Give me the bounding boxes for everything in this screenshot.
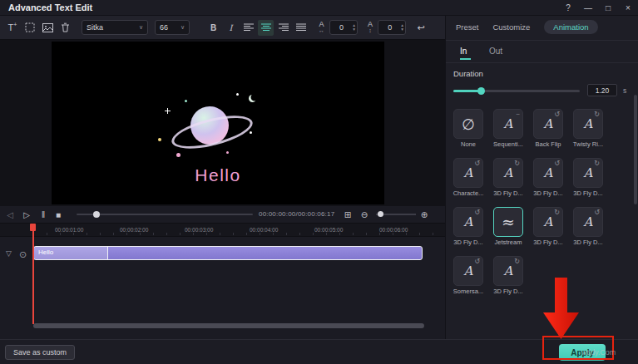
- animation-item-label: Sequenti...: [488, 140, 528, 148]
- preview-stage: Hello: [0, 40, 445, 206]
- animation-item[interactable]: A↺ 3D Fly D...: [528, 158, 568, 199]
- play-button[interactable]: ▷: [20, 206, 33, 223]
- track-filter-icon[interactable]: ▽: [6, 249, 12, 258]
- text-box-button[interactable]: [22, 19, 37, 36]
- animation-item[interactable]: A~ Sequenti...: [488, 109, 528, 150]
- seek-slider[interactable]: [77, 214, 253, 215]
- font-size-dropdown[interactable]: 66 ∨: [155, 20, 190, 35]
- animation-item[interactable]: A↻ 3D Fly D...: [568, 158, 608, 199]
- align-left-button[interactable]: [240, 20, 256, 36]
- animation-item-label: Back Flip: [528, 140, 568, 148]
- letter-spacing-stepper[interactable]: 0 ▴ ▾: [329, 20, 358, 35]
- animation-item-label: Somersa...: [448, 288, 488, 295]
- transport-bar: ◁ ▷ ‖ ■ 00:00:00:00/00:00:06:17 ⊞ ⊖ ⊕: [0, 206, 445, 223]
- ruler-tick: 00:00:02:00: [120, 227, 148, 233]
- clear-format-button[interactable]: ↩: [413, 19, 428, 36]
- maximize-icon[interactable]: □: [598, 0, 618, 15]
- tab-customize[interactable]: Customize: [492, 22, 530, 32]
- animation-thumb-icon: A: [544, 165, 553, 180]
- animation-thumb-icon: A: [544, 214, 553, 229]
- italic-button[interactable]: I: [223, 20, 239, 36]
- playhead[interactable]: [32, 224, 34, 324]
- animation-item[interactable]: A↺ 3D Fly D...: [448, 207, 488, 248]
- star-dot: [185, 100, 187, 102]
- fit-timeline-button[interactable]: ⊞: [341, 206, 354, 223]
- zoom-out-button[interactable]: ⊖: [358, 206, 371, 223]
- align-right-button[interactable]: [275, 20, 291, 36]
- subtab-out[interactable]: Out: [489, 47, 502, 56]
- duration-slider-handle[interactable]: [477, 87, 485, 95]
- moon-crescent: [249, 95, 256, 102]
- save-as-custom-button[interactable]: Save as custom: [5, 345, 75, 360]
- animation-item[interactable]: A↺ 3D Fly D...: [568, 207, 608, 248]
- motion-arrow-icon: ↻: [514, 258, 520, 265]
- add-text-button[interactable]: T +: [5, 19, 20, 36]
- annotation-arrow-icon: [537, 278, 586, 341]
- animation-item-none[interactable]: ∅ None: [448, 109, 488, 150]
- star-dot: [158, 138, 161, 141]
- zoom-in-button[interactable]: ⊕: [418, 206, 431, 223]
- align-left-icon: [244, 23, 254, 32]
- animation-item[interactable]: A↻ 3D Fly D...: [488, 158, 528, 199]
- animation-item-label: 3D Fly D...: [568, 239, 608, 246]
- animation-item-label: 3D Fly D...: [528, 239, 568, 246]
- horizontal-scrollbar[interactable]: [33, 323, 424, 328]
- motion-arrow-icon: ~: [516, 111, 520, 118]
- star-dot: [176, 153, 181, 157]
- wave-icon: ≈: [502, 213, 515, 231]
- motion-arrow-icon: ↺: [474, 258, 480, 265]
- vertical-scrollbar[interactable]: [634, 95, 637, 204]
- align-center-icon: [261, 23, 271, 32]
- subtab-in[interactable]: In: [460, 47, 467, 56]
- align-justify-button[interactable]: [293, 20, 309, 36]
- font-family-value: Sitka: [87, 23, 103, 32]
- font-family-dropdown[interactable]: Sitka ∨: [82, 20, 148, 35]
- line-spacing-stepper[interactable]: 0 ▴ ▾: [378, 20, 406, 35]
- ruler-tick: 00:00:04:00: [250, 227, 278, 233]
- motion-arrow-icon: ↻: [594, 160, 600, 167]
- motion-arrow-icon: ↺: [474, 160, 480, 167]
- animation-item[interactable]: A↺ Somersa...: [448, 256, 488, 298]
- track-visibility-eye-icon[interactable]: ⊙: [19, 249, 27, 260]
- animation-item-label: 3D Fly D...: [488, 288, 528, 295]
- animation-item[interactable]: A↻ Twisty Ri...: [568, 109, 608, 150]
- ruler-tick: 00:00:06:00: [379, 227, 408, 233]
- zoom-handle[interactable]: [378, 211, 383, 217]
- preview-text-overlay[interactable]: Hello: [52, 165, 384, 185]
- image-button[interactable]: [40, 19, 55, 36]
- timeline-zoom-slider[interactable]: [376, 214, 416, 215]
- close-icon[interactable]: ×: [618, 0, 638, 15]
- animation-item-label: 3D Fly D...: [528, 189, 568, 197]
- add-text-icon: T: [8, 22, 14, 32]
- align-center-button[interactable]: [258, 20, 274, 36]
- advanced-text-edit-window: Advanced Text Edit ? — □ × T +: [0, 0, 638, 364]
- delete-button[interactable]: [57, 19, 72, 36]
- stop-button[interactable]: ■: [52, 206, 65, 223]
- minimize-icon[interactable]: —: [578, 0, 598, 15]
- pause-button[interactable]: ‖: [37, 206, 50, 223]
- seek-handle[interactable]: [93, 211, 100, 218]
- animation-item[interactable]: A↺ Characte...: [448, 158, 488, 199]
- line-spacing-icon: A ↕: [368, 22, 373, 33]
- tab-animation[interactable]: Animation: [544, 20, 597, 34]
- timeline-ruler[interactable]: 00:00:01:00 00:00:02:00 00:00:03:00 00:0…: [0, 223, 445, 237]
- help-icon[interactable]: ?: [558, 0, 578, 15]
- duration-value-field[interactable]: 1.20: [587, 84, 617, 96]
- text-toolbar: T + Sitka ∨ 66 ∨: [0, 16, 445, 40]
- animation-item[interactable]: A↻ 3D Fly D...: [488, 256, 528, 298]
- duration-label: Duration: [453, 69, 483, 78]
- star-dot: [250, 131, 252, 134]
- bold-button[interactable]: B: [205, 20, 221, 36]
- previous-frame-button[interactable]: ◁: [3, 206, 17, 223]
- duration-slider[interactable]: [453, 90, 580, 92]
- animation-item[interactable]: A↻ 3D Fly D...: [528, 207, 568, 248]
- animation-item-jetstream-selected[interactable]: ≈ Jetstream: [488, 207, 528, 248]
- text-clip[interactable]: Hello: [33, 246, 423, 260]
- preview-canvas[interactable]: Hello: [52, 42, 384, 204]
- stepper-down-icon[interactable]: ▾: [353, 27, 355, 32]
- tab-preset[interactable]: Preset: [456, 22, 478, 32]
- animation-item[interactable]: A↺ Back Flip: [528, 109, 568, 150]
- stepper-down-icon[interactable]: ▾: [401, 27, 403, 32]
- ruler-tick: 00:00:05:00: [314, 227, 343, 233]
- clip-label: Hello: [38, 248, 53, 256]
